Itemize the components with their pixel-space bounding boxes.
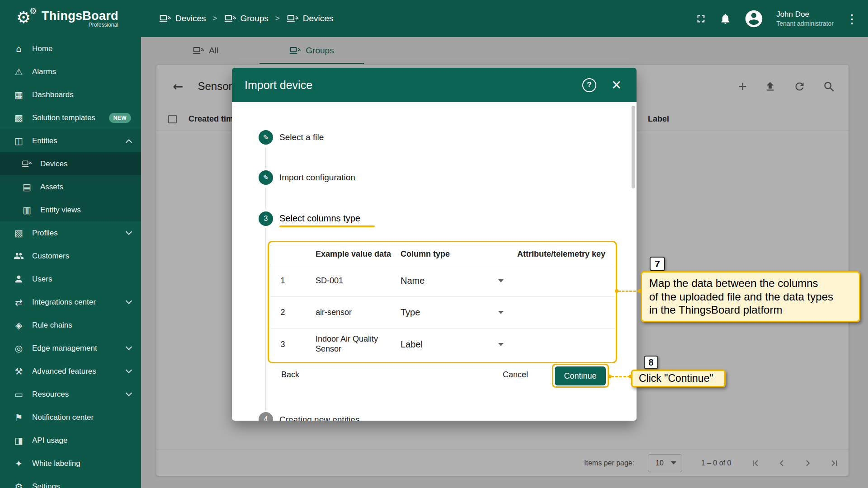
sidebar-item-customers[interactable]: Customers [0, 244, 141, 267]
sidebar-item-entities[interactable]: ◫ Entities [0, 129, 141, 152]
cancel-button[interactable]: Cancel [500, 370, 531, 380]
topbar-actions: John Doe Tenant administrator ⋮ [695, 9, 868, 29]
chevron-down-icon [126, 298, 132, 304]
step4-label[interactable]: Creating new entities [279, 415, 359, 421]
step3-number: 3 [264, 215, 268, 223]
dialog-title: Import device [245, 79, 312, 92]
continue-button[interactable]: Continue [555, 366, 606, 385]
sidebar-item-label: Dashboards [32, 90, 74, 99]
sidebar-item-resources[interactable]: ▭ Resources [0, 383, 141, 406]
stepper-line [265, 147, 266, 168]
integrations-icon: ⇄ [13, 297, 25, 308]
users-icon [13, 274, 25, 284]
sidebar-item-advanced-features[interactable]: ⚒ Advanced features [0, 360, 141, 383]
sidebar-item-label: Customers [32, 252, 69, 261]
sidebar-item-integrations-center[interactable]: ⇄ Integrations center [0, 291, 141, 314]
close-button[interactable]: × [609, 76, 624, 94]
sidebar-item-home[interactable]: ⌂ Home [0, 37, 141, 60]
breadcrumb-item-devices-group[interactable]: Devices [287, 14, 334, 23]
step1-indicator: ✎ [259, 130, 273, 145]
breadcrumb-item-groups[interactable]: Groups [224, 14, 269, 23]
dialog-scrollbar[interactable] [632, 106, 635, 188]
import-device-dialog: Import device ? × ✎ Select a file ✎ Impo… [232, 68, 637, 421]
app-name: ThingsBoard [42, 9, 118, 22]
sidebar-item-entity-views[interactable]: ▥ Entity views [0, 198, 141, 221]
pencil-icon: ✎ [263, 133, 269, 141]
sidebar-item-devices[interactable]: Devices [0, 152, 141, 175]
close-icon: × [612, 75, 621, 94]
step3-label[interactable]: Select columns type [279, 213, 360, 224]
row-index: 2 [270, 308, 295, 317]
devices-icon [21, 159, 33, 169]
sidebar-item-settings[interactable]: ⚙ Settings [0, 475, 141, 488]
sidebar-item-solution-templates[interactable]: ▩ Solution templates NEW [0, 106, 141, 129]
breadcrumb: Devices > Groups > Devices [159, 14, 333, 23]
step1-label[interactable]: Select a file [279, 132, 324, 142]
help-icon: ? [587, 80, 591, 89]
logo-gears-icon: ⚙⚙ [16, 9, 36, 28]
example-value: SD-001 [295, 276, 383, 286]
folder-icon: ▭ [13, 389, 25, 400]
flag-icon: ⚑ [13, 412, 25, 423]
stepper-line [265, 228, 266, 410]
column-type-select-1[interactable]: Name [401, 276, 504, 286]
sidebar-item-profiles[interactable]: ▧ Profiles [0, 221, 141, 244]
bell-icon [719, 13, 731, 25]
user-info[interactable]: John Doe Tenant administrator [776, 9, 834, 28]
sidebar-item-white-labeling[interactable]: ✦ White labeling [0, 452, 141, 475]
sidebar-item-label: Profiles [32, 229, 58, 238]
column-mapping-table: Example value data Column type Attribute… [270, 244, 614, 361]
edge-management-icon: ◎ [13, 343, 25, 354]
column-type-select-2[interactable]: Type [401, 307, 504, 318]
key-column-header: Attribute/telemetry key [496, 249, 614, 259]
step2-label[interactable]: Import configuration [279, 173, 355, 183]
sidebar-item-label: Devices [40, 160, 67, 169]
alarm-icon: ⚠ [13, 66, 25, 77]
devices-icon [224, 14, 236, 23]
sidebar-item-label: Settings [32, 482, 60, 488]
fullscreen-button[interactable] [695, 13, 707, 25]
assets-icon: ▤ [21, 182, 33, 192]
example-column-header: Example value data [295, 249, 383, 259]
sidebar-item-api-usage[interactable]: ◨ API usage [0, 429, 141, 452]
column-type-select-3[interactable]: Label [401, 339, 504, 350]
entity-views-icon: ▥ [21, 205, 33, 216]
sidebar-item-label: Edge management [32, 344, 97, 353]
breadcrumb-item-devices[interactable]: Devices [159, 14, 206, 23]
screen: ⚙⚙ ThingsBoard Professional Devices > Gr… [0, 0, 868, 488]
home-icon: ⌂ [13, 43, 25, 54]
example-value: air-sensor [295, 308, 383, 318]
pencil-icon: ✎ [263, 174, 269, 182]
sidebar-item-edge-management[interactable]: ◎ Edge management [0, 337, 141, 360]
devices-icon [159, 14, 171, 23]
chevron-down-icon [498, 279, 504, 282]
notifications-button[interactable] [719, 13, 731, 25]
back-step-button[interactable]: Back [278, 370, 302, 380]
breadcrumb-separator: > [275, 14, 280, 23]
chevron-down-icon [126, 390, 132, 396]
dialog-header: Import device ? × [232, 68, 637, 102]
chevron-down-icon [126, 344, 132, 350]
sidebar-item-users[interactable]: Users [0, 267, 141, 291]
sidebar-item-notification-center[interactable]: ⚑ Notification center [0, 406, 141, 429]
sidebar-item-dashboards[interactable]: ▦ Dashboards [0, 83, 141, 106]
dashboards-icon: ▦ [13, 89, 25, 100]
sidebar-item-rule-chains[interactable]: ◈ Rule chains [0, 314, 141, 337]
user-avatar[interactable] [744, 9, 764, 29]
sidebar-item-alarms[interactable]: ⚠ Alarms [0, 60, 141, 83]
more-menu-button[interactable]: ⋮ [846, 13, 858, 25]
logo-text: ThingsBoard Professional [42, 9, 118, 28]
app-edition: Professional [89, 22, 118, 28]
api-usage-icon: ◨ [13, 435, 25, 446]
selected-column-type: Label [401, 339, 423, 350]
sidebar-item-label: Advanced features [32, 367, 96, 376]
sidebar-item-label: Entity views [40, 206, 81, 215]
sidebar-item-assets[interactable]: ▤ Assets [0, 175, 141, 198]
fullscreen-icon [695, 13, 707, 25]
sidebar-item-label: Home [32, 44, 52, 53]
sidebar-item-label: Users [32, 275, 52, 284]
help-button[interactable]: ? [582, 78, 596, 92]
app-logo[interactable]: ⚙⚙ ThingsBoard Professional [0, 9, 141, 28]
mapping-row-2: 2 air-sensor Type [270, 297, 614, 328]
step4-number: 4 [264, 415, 268, 421]
